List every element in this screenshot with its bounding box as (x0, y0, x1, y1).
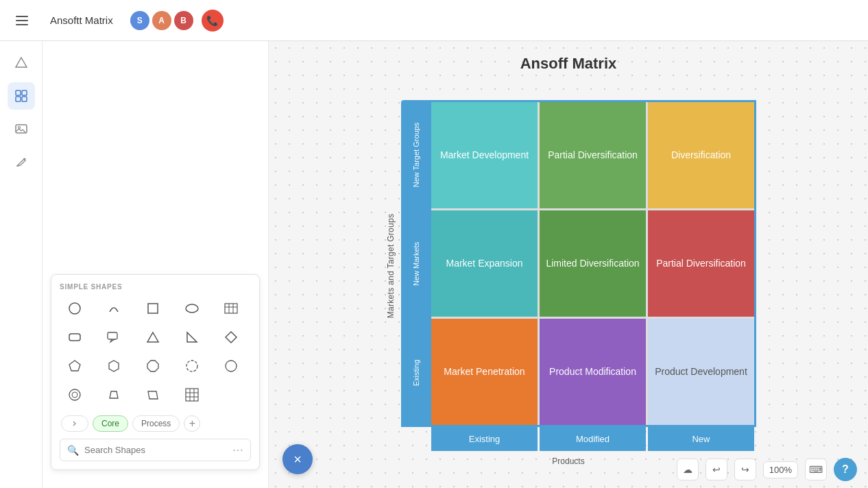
svg-point-9 (69, 303, 80, 314)
menu-button[interactable] (11, 10, 33, 32)
sidebar-icon-shapes[interactable] (8, 49, 35, 77)
svg-rect-10 (148, 304, 158, 313)
call-button[interactable]: 📞 (202, 10, 224, 32)
undo-button[interactable]: ↩ (706, 459, 727, 480)
avatar-2: B (174, 11, 193, 30)
svg-rect-17 (108, 332, 117, 339)
shape-hexagon[interactable] (99, 354, 129, 378)
svg-point-11 (186, 304, 198, 313)
matrix-right: New Target Groups New Markets Existing (401, 100, 756, 451)
svg-rect-0 (16, 16, 28, 17)
search-row: 🔍 ⋯ (60, 439, 251, 461)
tab-core-inactive[interactable] (61, 415, 88, 432)
cloud-icon[interactable]: ☁ (677, 459, 699, 480)
cell-partial-diversification-top: Partial Diversification (540, 102, 646, 208)
cell-diversification: Diversification (648, 102, 754, 208)
col-labels-row: Existing Modified New (431, 427, 756, 451)
row-label-1: New Markets (401, 209, 431, 318)
shape-ellipse[interactable] (177, 296, 207, 321)
col-label-new: New (648, 427, 754, 451)
shape-ring[interactable] (60, 382, 90, 407)
bottom-bar: ☁ ↩ ↪ 100% ⌨ ? (677, 458, 857, 481)
col-label-existing: Existing (431, 427, 538, 451)
tabs-row: Core Process + (60, 415, 251, 432)
row-label-text-0: New Target Groups (412, 122, 420, 187)
row-labels: New Target Groups New Markets Existing (401, 100, 431, 427)
cell-product-modification: Product Modification (540, 319, 646, 425)
matrix-wrapper: Markets and Target Groups New Target Gro… (381, 81, 756, 466)
canvas-area: Ansoff Matrix Markets and Target Groups … (269, 41, 868, 488)
sidebar-icon-grid[interactable] (8, 82, 35, 110)
cell-limited-diversification: Limited Diversification (540, 210, 646, 317)
svg-point-21 (72, 392, 77, 398)
shape-trapezoid[interactable] (99, 382, 129, 407)
tab-add-button[interactable]: + (184, 415, 200, 432)
tab-process[interactable]: Process (132, 415, 180, 432)
matrix-grid: Market Development Partial Diversificati… (431, 100, 756, 427)
row-label-text-1: New Markets (412, 241, 420, 285)
svg-point-19 (226, 361, 237, 371)
shape-diamond[interactable] (216, 325, 246, 350)
shape-table[interactable] (216, 296, 246, 321)
keyboard-icon[interactable]: ⌨ (805, 459, 827, 480)
svg-rect-1 (16, 20, 28, 21)
svg-point-20 (69, 389, 80, 400)
main-layout: SIMPLE SHAPES (0, 41, 868, 488)
tab-core[interactable]: Core (93, 415, 128, 432)
col-label-modified: Modified (540, 427, 646, 451)
svg-rect-6 (22, 97, 27, 101)
zoom-level: 100% (763, 461, 798, 478)
shape-octagon[interactable] (138, 354, 168, 378)
svg-point-8 (18, 127, 20, 129)
y-axis-label: Markets and Target Groups (386, 214, 396, 319)
svg-rect-4 (22, 90, 27, 95)
row-label-text-2: Existing (412, 359, 420, 386)
shape-panel-inner: SIMPLE SHAPES (51, 274, 260, 470)
fab-icon: × (293, 452, 302, 467)
y-axis-wrapper: Markets and Target Groups (381, 81, 401, 451)
shape-grid-table[interactable] (177, 382, 207, 407)
redo-button[interactable]: ↪ (734, 459, 756, 480)
shape-dodecagon[interactable] (177, 354, 207, 378)
cell-partial-diversification-mid: Partial Diversification (648, 210, 754, 317)
x-axis-label: Products (552, 456, 584, 466)
shape-panel: SIMPLE SHAPES (43, 41, 269, 488)
svg-rect-2 (16, 24, 28, 25)
collaborators: S A B 📞 (130, 10, 224, 32)
sidebar-icon-image[interactable] (8, 115, 35, 143)
sidebar-icon-draw[interactable] (8, 148, 35, 175)
row-label-2: Existing (401, 318, 431, 427)
left-sidebar (0, 41, 43, 488)
cell-market-expansion: Market Expansion (431, 210, 538, 317)
shape-right-triangle[interactable] (177, 325, 207, 350)
shape-triangle[interactable] (138, 325, 168, 350)
shape-parallelogram[interactable] (138, 382, 168, 407)
cell-market-development: Market Development (431, 102, 538, 208)
shape-circle[interactable] (60, 296, 90, 321)
matrix-container: Markets and Target Groups New Target Gro… (381, 81, 756, 451)
search-icon: 🔍 (67, 445, 79, 456)
row-label-0: New Target Groups (401, 100, 431, 209)
avatar-s: S (130, 11, 149, 30)
shape-square[interactable] (138, 296, 168, 321)
matrix-inner: New Target Groups New Markets Existing (401, 100, 756, 427)
svg-rect-22 (186, 389, 198, 401)
svg-rect-12 (225, 304, 237, 313)
fab-close-button[interactable]: × (282, 444, 313, 474)
avatar-1: A (152, 11, 171, 30)
svg-rect-5 (16, 97, 21, 101)
cell-market-penetration: Market Penetration (431, 319, 538, 425)
svg-point-18 (186, 361, 197, 371)
help-button[interactable]: ? (834, 458, 857, 481)
shape-callout[interactable] (99, 325, 129, 350)
shape-rounded-rect[interactable] (60, 325, 90, 350)
svg-rect-3 (16, 90, 21, 95)
svg-rect-16 (69, 334, 80, 341)
canvas-title: Ansoff Matrix (520, 55, 617, 73)
search-input[interactable] (84, 445, 227, 455)
shape-arc[interactable] (99, 296, 129, 321)
shape-cross[interactable] (216, 354, 246, 378)
shape-pentagon[interactable] (60, 354, 90, 378)
search-more-icon[interactable]: ⋯ (232, 443, 243, 456)
document-title[interactable]: Ansoftt Matrix (41, 11, 122, 29)
